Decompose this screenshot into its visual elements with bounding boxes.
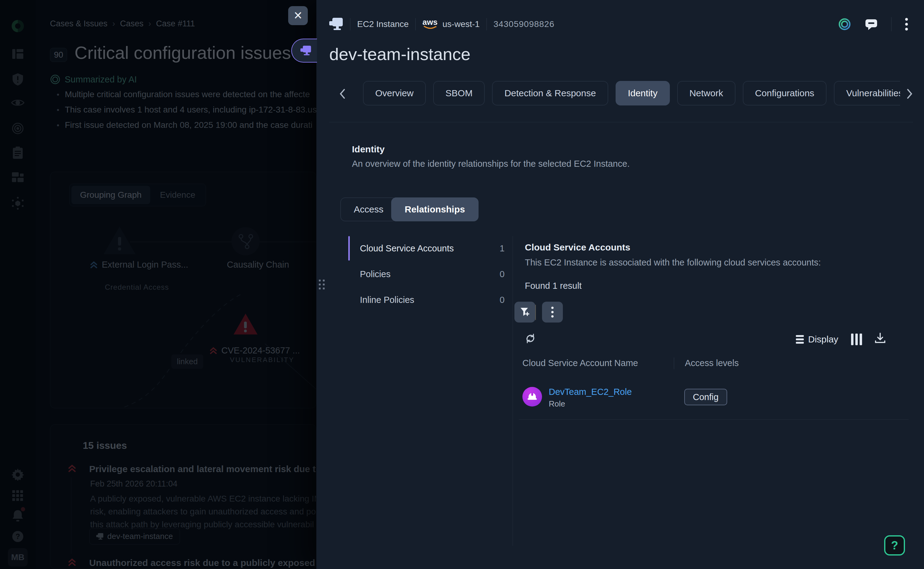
divider bbox=[891, 17, 892, 31]
column-header-name[interactable]: Cloud Service Account Name bbox=[523, 358, 638, 368]
chevron-right-icon bbox=[906, 88, 913, 99]
results-count-label: Found 1 result bbox=[525, 281, 582, 291]
role-avatar bbox=[523, 387, 542, 406]
kebab-menu-icon bbox=[551, 307, 554, 318]
columns-button[interactable] bbox=[851, 333, 862, 345]
help-button[interactable]: ? bbox=[884, 535, 905, 555]
hard-hat-icon bbox=[527, 393, 537, 401]
account-type-label: Role bbox=[549, 399, 565, 409]
category-count: 1 bbox=[500, 243, 505, 254]
divider bbox=[512, 236, 513, 546]
aws-logo-text: aws bbox=[422, 18, 438, 26]
divider bbox=[535, 305, 536, 320]
asset-panel-tab[interactable] bbox=[291, 39, 317, 62]
kebab-menu-icon[interactable] bbox=[905, 17, 908, 31]
identity-description: An overview of the identity relationship… bbox=[352, 159, 630, 169]
divider bbox=[415, 18, 416, 30]
table-options-button[interactable] bbox=[542, 302, 563, 323]
divider bbox=[329, 122, 913, 122]
asset-title: dev-team-instance bbox=[329, 44, 471, 64]
download-icon bbox=[874, 332, 886, 344]
relationship-category-list: Cloud Service Accounts 1 Policies 0 Inli… bbox=[348, 236, 505, 313]
category-inline-policies[interactable]: Inline Policies 0 bbox=[348, 287, 505, 313]
asset-type-label: EC2 Instance bbox=[357, 19, 409, 29]
aws-logo: aws bbox=[422, 18, 438, 30]
tabs-scroll-left[interactable] bbox=[339, 88, 346, 100]
chevron-left-icon bbox=[339, 88, 346, 99]
asset-detail-panel: ✕ EC2 Instance aws us-west-1 34305909882… bbox=[316, 0, 924, 569]
chat-icon[interactable] bbox=[865, 18, 878, 30]
category-label: Policies bbox=[360, 269, 391, 279]
add-filter-button[interactable] bbox=[514, 302, 535, 323]
access-level-config-chip[interactable]: Config bbox=[684, 389, 727, 405]
columns-icon bbox=[851, 333, 854, 345]
tabs-strip: Overview SBOM Detection & Response Ident… bbox=[363, 81, 900, 107]
modal-dim-overlay[interactable] bbox=[0, 0, 316, 569]
download-button[interactable] bbox=[874, 332, 886, 345]
category-count: 0 bbox=[500, 295, 505, 305]
display-label: Display bbox=[808, 334, 838, 345]
tab-configurations[interactable]: Configurations bbox=[743, 81, 827, 105]
table-row-divider bbox=[519, 419, 909, 420]
monitor-icon bbox=[301, 46, 312, 56]
close-panel-button[interactable]: ✕ bbox=[288, 6, 308, 25]
tab-network[interactable]: Network bbox=[677, 81, 736, 105]
detail-heading: Cloud Service Accounts bbox=[525, 242, 630, 253]
filter-plus-icon bbox=[520, 307, 530, 317]
divider bbox=[674, 358, 674, 369]
orca-ring-icon[interactable] bbox=[838, 17, 851, 31]
category-label: Inline Policies bbox=[360, 295, 414, 305]
detail-description: This EC2 Instance is associated with the… bbox=[525, 257, 821, 268]
identity-heading: Identity bbox=[352, 144, 385, 155]
tab-overview[interactable]: Overview bbox=[363, 81, 426, 105]
refresh-button[interactable] bbox=[525, 333, 536, 345]
account-id-label: 343059098826 bbox=[494, 19, 555, 29]
column-header-access-levels[interactable]: Access levels bbox=[685, 358, 739, 368]
tab-vulnerabilities[interactable]: Vulnerabilities bbox=[834, 81, 900, 105]
app-screen: ? MB Cases & Issues›Cases›Case #111 90 C… bbox=[0, 0, 924, 569]
monitor-icon bbox=[329, 18, 343, 30]
aws-smile-arc bbox=[423, 26, 437, 30]
divider bbox=[486, 18, 487, 30]
panel-header: EC2 Instance aws us-west-1 343059098826 bbox=[329, 18, 555, 30]
display-menu-button[interactable]: Display bbox=[796, 334, 838, 345]
panel-resize-handle[interactable] bbox=[319, 280, 325, 289]
tabs-scroll-right[interactable] bbox=[906, 88, 913, 100]
tab-sbom[interactable]: SBOM bbox=[433, 81, 485, 105]
tab-identity[interactable]: Identity bbox=[615, 81, 670, 105]
toggle-access[interactable]: Access bbox=[340, 198, 397, 221]
display-lines-icon bbox=[796, 335, 804, 344]
region-label: us-west-1 bbox=[442, 19, 479, 29]
account-name-link[interactable]: DevTeam_EC2_Role bbox=[549, 387, 632, 397]
category-policies[interactable]: Policies 0 bbox=[348, 261, 505, 287]
refresh-icon bbox=[525, 333, 536, 344]
toggle-relationships[interactable]: Relationships bbox=[391, 198, 479, 221]
category-count: 0 bbox=[500, 269, 505, 279]
category-label: Cloud Service Accounts bbox=[360, 243, 454, 254]
tab-detection-response[interactable]: Detection & Response bbox=[492, 81, 608, 105]
category-cloud-service-accounts[interactable]: Cloud Service Accounts 1 bbox=[348, 236, 505, 261]
panel-header-actions bbox=[838, 17, 908, 31]
selected-indicator bbox=[348, 236, 350, 260]
